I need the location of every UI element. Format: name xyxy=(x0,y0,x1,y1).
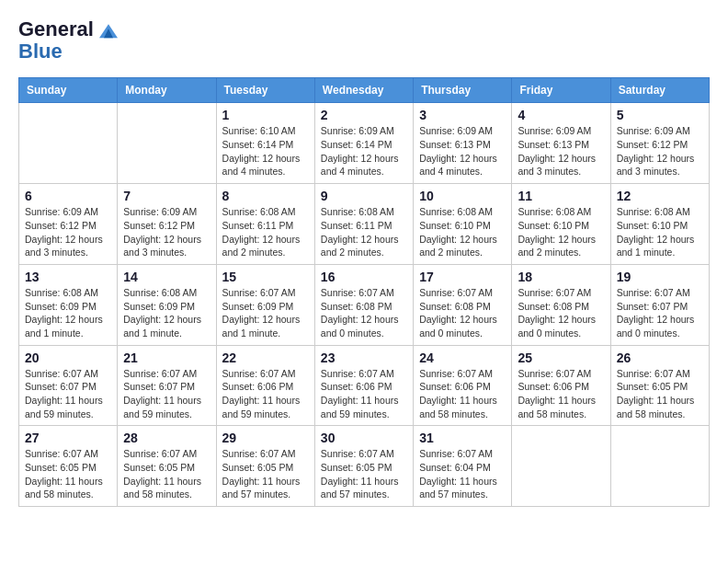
logo-text: GeneralBlue xyxy=(18,18,121,63)
day-number: 15 xyxy=(222,270,309,284)
day-info: Sunrise: 6:07 AM Sunset: 6:08 PM Dayligh… xyxy=(321,286,407,340)
calendar-cell: 8Sunrise: 6:08 AM Sunset: 6:11 PM Daylig… xyxy=(216,184,314,265)
day-number: 25 xyxy=(518,350,604,365)
day-info: Sunrise: 6:07 AM Sunset: 6:08 PM Dayligh… xyxy=(419,286,506,340)
day-info: Sunrise: 6:10 AM Sunset: 6:14 PM Dayligh… xyxy=(222,124,309,178)
day-number: 29 xyxy=(222,431,309,445)
calendar-cell: 14Sunrise: 6:08 AM Sunset: 6:09 PM Dayli… xyxy=(118,264,216,345)
day-info: Sunrise: 6:08 AM Sunset: 6:09 PM Dayligh… xyxy=(123,286,210,340)
day-info: Sunrise: 6:08 AM Sunset: 6:09 PM Dayligh… xyxy=(25,286,111,340)
day-info: Sunrise: 6:08 AM Sunset: 6:10 PM Dayligh… xyxy=(518,205,604,259)
calendar-cell: 5Sunrise: 6:09 AM Sunset: 6:12 PM Daylig… xyxy=(610,103,709,184)
calendar-cell: 21Sunrise: 6:07 AM Sunset: 6:07 PM Dayli… xyxy=(118,345,216,426)
day-info: Sunrise: 6:09 AM Sunset: 6:13 PM Dayligh… xyxy=(419,124,506,178)
calendar-cell: 29Sunrise: 6:07 AM Sunset: 6:05 PM Dayli… xyxy=(216,426,314,507)
calendar-cell: 16Sunrise: 6:07 AM Sunset: 6:08 PM Dayli… xyxy=(314,264,413,345)
day-number: 6 xyxy=(25,189,111,203)
calendar-week-1: 1Sunrise: 6:10 AM Sunset: 6:14 PM Daylig… xyxy=(19,103,710,184)
calendar-cell: 26Sunrise: 6:07 AM Sunset: 6:05 PM Dayli… xyxy=(610,345,709,426)
calendar-cell: 13Sunrise: 6:08 AM Sunset: 6:09 PM Dayli… xyxy=(19,264,118,345)
day-number: 12 xyxy=(617,189,703,203)
day-number: 7 xyxy=(123,189,210,203)
day-info: Sunrise: 6:09 AM Sunset: 6:13 PM Dayligh… xyxy=(518,124,604,178)
day-info: Sunrise: 6:07 AM Sunset: 6:06 PM Dayligh… xyxy=(321,367,407,421)
day-info: Sunrise: 6:07 AM Sunset: 6:06 PM Dayligh… xyxy=(419,367,506,421)
day-number: 1 xyxy=(222,108,309,122)
day-number: 8 xyxy=(222,189,309,203)
day-info: Sunrise: 6:07 AM Sunset: 6:05 PM Dayligh… xyxy=(617,367,703,421)
day-number: 4 xyxy=(518,108,604,122)
day-number: 5 xyxy=(617,108,703,122)
day-number: 3 xyxy=(419,108,506,122)
day-info: Sunrise: 6:07 AM Sunset: 6:07 PM Dayligh… xyxy=(123,367,210,421)
day-number: 20 xyxy=(25,350,111,365)
calendar-cell: 20Sunrise: 6:07 AM Sunset: 6:07 PM Dayli… xyxy=(19,345,118,426)
calendar-cell: 25Sunrise: 6:07 AM Sunset: 6:06 PM Dayli… xyxy=(512,345,610,426)
calendar-cell: 9Sunrise: 6:08 AM Sunset: 6:11 PM Daylig… xyxy=(314,184,413,265)
logo: GeneralBlue xyxy=(18,18,121,63)
day-header-sunday: Sunday xyxy=(19,78,118,103)
day-number: 11 xyxy=(518,189,604,203)
calendar-cell: 3Sunrise: 6:09 AM Sunset: 6:13 PM Daylig… xyxy=(414,103,512,184)
calendar-cell: 4Sunrise: 6:09 AM Sunset: 6:13 PM Daylig… xyxy=(512,103,610,184)
calendar-cell: 2Sunrise: 6:09 AM Sunset: 6:14 PM Daylig… xyxy=(314,103,413,184)
day-number: 23 xyxy=(321,350,407,365)
day-header-thursday: Thursday xyxy=(414,78,512,103)
day-info: Sunrise: 6:09 AM Sunset: 6:12 PM Dayligh… xyxy=(123,205,210,259)
calendar-cell: 1Sunrise: 6:10 AM Sunset: 6:14 PM Daylig… xyxy=(216,103,314,184)
calendar-cell: 30Sunrise: 6:07 AM Sunset: 6:05 PM Dayli… xyxy=(314,426,413,507)
calendar-cell: 15Sunrise: 6:07 AM Sunset: 6:09 PM Dayli… xyxy=(216,264,314,345)
day-number: 18 xyxy=(518,270,604,284)
day-info: Sunrise: 6:07 AM Sunset: 6:06 PM Dayligh… xyxy=(222,367,309,421)
day-header-saturday: Saturday xyxy=(610,78,709,103)
day-number: 21 xyxy=(123,350,210,365)
day-info: Sunrise: 6:08 AM Sunset: 6:11 PM Dayligh… xyxy=(321,205,407,259)
day-number: 17 xyxy=(419,270,506,284)
day-info: Sunrise: 6:08 AM Sunset: 6:11 PM Dayligh… xyxy=(222,205,309,259)
day-number: 14 xyxy=(123,270,210,284)
day-info: Sunrise: 6:07 AM Sunset: 6:07 PM Dayligh… xyxy=(617,286,703,340)
day-info: Sunrise: 6:07 AM Sunset: 6:05 PM Dayligh… xyxy=(25,447,111,501)
day-number: 27 xyxy=(25,431,111,445)
day-info: Sunrise: 6:07 AM Sunset: 6:08 PM Dayligh… xyxy=(518,286,604,340)
calendar-cell: 7Sunrise: 6:09 AM Sunset: 6:12 PM Daylig… xyxy=(118,184,216,265)
day-number: 9 xyxy=(321,189,407,203)
day-number: 16 xyxy=(321,270,407,284)
day-info: Sunrise: 6:07 AM Sunset: 6:09 PM Dayligh… xyxy=(222,286,309,340)
day-info: Sunrise: 6:09 AM Sunset: 6:12 PM Dayligh… xyxy=(25,205,111,259)
day-info: Sunrise: 6:09 AM Sunset: 6:12 PM Dayligh… xyxy=(617,124,703,178)
calendar-cell: 22Sunrise: 6:07 AM Sunset: 6:06 PM Dayli… xyxy=(216,345,314,426)
day-number: 13 xyxy=(25,270,111,284)
calendar-cell: 19Sunrise: 6:07 AM Sunset: 6:07 PM Dayli… xyxy=(610,264,709,345)
calendar-cell: 6Sunrise: 6:09 AM Sunset: 6:12 PM Daylig… xyxy=(19,184,118,265)
calendar-cell xyxy=(118,103,216,184)
calendar-cell: 17Sunrise: 6:07 AM Sunset: 6:08 PM Dayli… xyxy=(414,264,512,345)
calendar-week-2: 6Sunrise: 6:09 AM Sunset: 6:12 PM Daylig… xyxy=(19,184,710,265)
day-info: Sunrise: 6:07 AM Sunset: 6:06 PM Dayligh… xyxy=(518,367,604,421)
calendar-cell: 24Sunrise: 6:07 AM Sunset: 6:06 PM Dayli… xyxy=(414,345,512,426)
calendar-cell: 31Sunrise: 6:07 AM Sunset: 6:04 PM Dayli… xyxy=(414,426,512,507)
day-number: 30 xyxy=(321,431,407,445)
calendar-cell: 12Sunrise: 6:08 AM Sunset: 6:10 PM Dayli… xyxy=(610,184,709,265)
day-number: 22 xyxy=(222,350,309,365)
calendar-cell: 11Sunrise: 6:08 AM Sunset: 6:10 PM Dayli… xyxy=(512,184,610,265)
day-info: Sunrise: 6:08 AM Sunset: 6:10 PM Dayligh… xyxy=(419,205,506,259)
calendar-week-3: 13Sunrise: 6:08 AM Sunset: 6:09 PM Dayli… xyxy=(19,264,710,345)
day-info: Sunrise: 6:09 AM Sunset: 6:14 PM Dayligh… xyxy=(321,124,407,178)
day-info: Sunrise: 6:07 AM Sunset: 6:07 PM Dayligh… xyxy=(25,367,111,421)
calendar-cell xyxy=(512,426,610,507)
day-header-friday: Friday xyxy=(512,78,610,103)
calendar-table: SundayMondayTuesdayWednesdayThursdayFrid… xyxy=(18,77,710,507)
page-header: GeneralBlue xyxy=(18,18,710,63)
calendar-cell: 18Sunrise: 6:07 AM Sunset: 6:08 PM Dayli… xyxy=(512,264,610,345)
calendar-cell: 23Sunrise: 6:07 AM Sunset: 6:06 PM Dayli… xyxy=(314,345,413,426)
calendar-cell: 27Sunrise: 6:07 AM Sunset: 6:05 PM Dayli… xyxy=(19,426,118,507)
day-number: 28 xyxy=(123,431,210,445)
day-info: Sunrise: 6:07 AM Sunset: 6:04 PM Dayligh… xyxy=(419,447,506,501)
calendar-cell: 28Sunrise: 6:07 AM Sunset: 6:05 PM Dayli… xyxy=(118,426,216,507)
day-header-tuesday: Tuesday xyxy=(216,78,314,103)
calendar-cell xyxy=(19,103,118,184)
day-header-wednesday: Wednesday xyxy=(314,78,413,103)
day-info: Sunrise: 6:07 AM Sunset: 6:05 PM Dayligh… xyxy=(222,447,309,501)
calendar-cell: 10Sunrise: 6:08 AM Sunset: 6:10 PM Dayli… xyxy=(414,184,512,265)
